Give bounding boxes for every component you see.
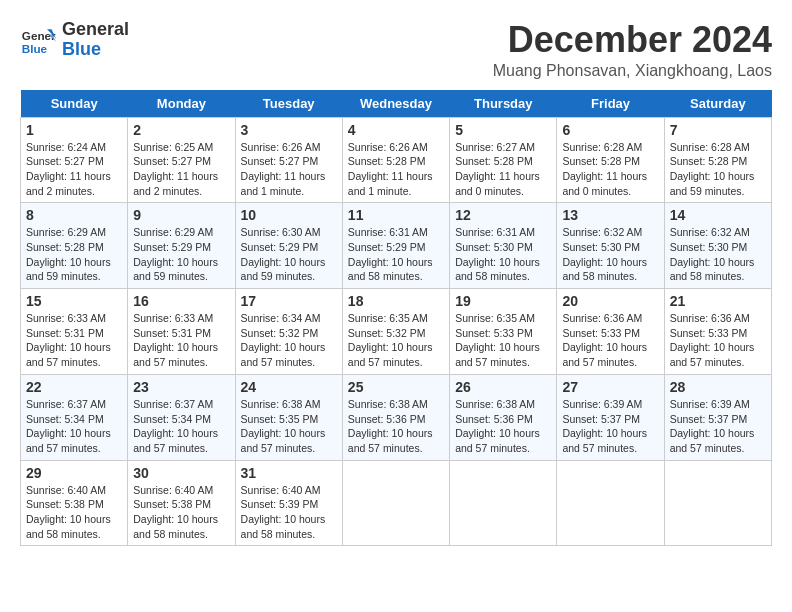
day-info: Sunrise: 6:29 AMSunset: 5:28 PMDaylight:… xyxy=(26,225,122,284)
calendar-cell: 20Sunrise: 6:36 AMSunset: 5:33 PMDayligh… xyxy=(557,289,664,375)
day-info: Sunrise: 6:26 AMSunset: 5:28 PMDaylight:… xyxy=(348,140,444,199)
day-number: 20 xyxy=(562,293,658,309)
day-info: Sunrise: 6:32 AMSunset: 5:30 PMDaylight:… xyxy=(670,225,766,284)
day-number: 11 xyxy=(348,207,444,223)
calendar-cell xyxy=(342,460,449,546)
calendar-cell: 14Sunrise: 6:32 AMSunset: 5:30 PMDayligh… xyxy=(664,203,771,289)
day-info: Sunrise: 6:26 AMSunset: 5:27 PMDaylight:… xyxy=(241,140,337,199)
day-number: 10 xyxy=(241,207,337,223)
day-info: Sunrise: 6:28 AMSunset: 5:28 PMDaylight:… xyxy=(562,140,658,199)
calendar-cell: 27Sunrise: 6:39 AMSunset: 5:37 PMDayligh… xyxy=(557,374,664,460)
day-number: 16 xyxy=(133,293,229,309)
page-header: General Blue General Blue December 2024 … xyxy=(20,20,772,80)
day-number: 25 xyxy=(348,379,444,395)
calendar-cell: 5Sunrise: 6:27 AMSunset: 5:28 PMDaylight… xyxy=(450,117,557,203)
day-info: Sunrise: 6:28 AMSunset: 5:28 PMDaylight:… xyxy=(670,140,766,199)
day-info: Sunrise: 6:37 AMSunset: 5:34 PMDaylight:… xyxy=(133,397,229,456)
day-info: Sunrise: 6:35 AMSunset: 5:32 PMDaylight:… xyxy=(348,311,444,370)
svg-text:Blue: Blue xyxy=(22,41,48,54)
day-number: 22 xyxy=(26,379,122,395)
day-number: 8 xyxy=(26,207,122,223)
day-info: Sunrise: 6:31 AMSunset: 5:29 PMDaylight:… xyxy=(348,225,444,284)
day-number: 3 xyxy=(241,122,337,138)
week-row-2: 8Sunrise: 6:29 AMSunset: 5:28 PMDaylight… xyxy=(21,203,772,289)
calendar-cell: 2Sunrise: 6:25 AMSunset: 5:27 PMDaylight… xyxy=(128,117,235,203)
header-wednesday: Wednesday xyxy=(342,90,449,118)
day-info: Sunrise: 6:39 AMSunset: 5:37 PMDaylight:… xyxy=(670,397,766,456)
calendar-cell: 18Sunrise: 6:35 AMSunset: 5:32 PMDayligh… xyxy=(342,289,449,375)
calendar-cell: 25Sunrise: 6:38 AMSunset: 5:36 PMDayligh… xyxy=(342,374,449,460)
day-info: Sunrise: 6:36 AMSunset: 5:33 PMDaylight:… xyxy=(562,311,658,370)
calendar-cell: 13Sunrise: 6:32 AMSunset: 5:30 PMDayligh… xyxy=(557,203,664,289)
day-number: 17 xyxy=(241,293,337,309)
week-row-5: 29Sunrise: 6:40 AMSunset: 5:38 PMDayligh… xyxy=(21,460,772,546)
calendar-cell: 3Sunrise: 6:26 AMSunset: 5:27 PMDaylight… xyxy=(235,117,342,203)
day-info: Sunrise: 6:40 AMSunset: 5:39 PMDaylight:… xyxy=(241,483,337,542)
calendar-cell: 31Sunrise: 6:40 AMSunset: 5:39 PMDayligh… xyxy=(235,460,342,546)
calendar-cell: 17Sunrise: 6:34 AMSunset: 5:32 PMDayligh… xyxy=(235,289,342,375)
day-info: Sunrise: 6:35 AMSunset: 5:33 PMDaylight:… xyxy=(455,311,551,370)
day-info: Sunrise: 6:33 AMSunset: 5:31 PMDaylight:… xyxy=(26,311,122,370)
calendar-cell: 15Sunrise: 6:33 AMSunset: 5:31 PMDayligh… xyxy=(21,289,128,375)
day-info: Sunrise: 6:38 AMSunset: 5:36 PMDaylight:… xyxy=(455,397,551,456)
header-row: SundayMondayTuesdayWednesdayThursdayFrid… xyxy=(21,90,772,118)
location-title: Muang Phonsavan, Xiangkhoang, Laos xyxy=(493,62,772,80)
header-tuesday: Tuesday xyxy=(235,90,342,118)
calendar-cell: 1Sunrise: 6:24 AMSunset: 5:27 PMDaylight… xyxy=(21,117,128,203)
logo-icon: General Blue xyxy=(20,22,56,58)
calendar-cell: 22Sunrise: 6:37 AMSunset: 5:34 PMDayligh… xyxy=(21,374,128,460)
day-number: 9 xyxy=(133,207,229,223)
calendar-cell: 10Sunrise: 6:30 AMSunset: 5:29 PMDayligh… xyxy=(235,203,342,289)
logo: General Blue General Blue xyxy=(20,20,129,60)
calendar-cell: 28Sunrise: 6:39 AMSunset: 5:37 PMDayligh… xyxy=(664,374,771,460)
day-number: 7 xyxy=(670,122,766,138)
week-row-4: 22Sunrise: 6:37 AMSunset: 5:34 PMDayligh… xyxy=(21,374,772,460)
day-number: 14 xyxy=(670,207,766,223)
day-info: Sunrise: 6:27 AMSunset: 5:28 PMDaylight:… xyxy=(455,140,551,199)
day-number: 31 xyxy=(241,465,337,481)
header-thursday: Thursday xyxy=(450,90,557,118)
day-info: Sunrise: 6:40 AMSunset: 5:38 PMDaylight:… xyxy=(26,483,122,542)
header-friday: Friday xyxy=(557,90,664,118)
calendar-cell: 4Sunrise: 6:26 AMSunset: 5:28 PMDaylight… xyxy=(342,117,449,203)
calendar-cell: 26Sunrise: 6:38 AMSunset: 5:36 PMDayligh… xyxy=(450,374,557,460)
day-number: 30 xyxy=(133,465,229,481)
day-number: 1 xyxy=(26,122,122,138)
calendar-cell: 7Sunrise: 6:28 AMSunset: 5:28 PMDaylight… xyxy=(664,117,771,203)
day-info: Sunrise: 6:38 AMSunset: 5:36 PMDaylight:… xyxy=(348,397,444,456)
calendar-cell: 21Sunrise: 6:36 AMSunset: 5:33 PMDayligh… xyxy=(664,289,771,375)
week-row-3: 15Sunrise: 6:33 AMSunset: 5:31 PMDayligh… xyxy=(21,289,772,375)
day-info: Sunrise: 6:39 AMSunset: 5:37 PMDaylight:… xyxy=(562,397,658,456)
day-number: 27 xyxy=(562,379,658,395)
calendar-cell: 8Sunrise: 6:29 AMSunset: 5:28 PMDaylight… xyxy=(21,203,128,289)
day-number: 26 xyxy=(455,379,551,395)
header-monday: Monday xyxy=(128,90,235,118)
calendar-cell: 9Sunrise: 6:29 AMSunset: 5:29 PMDaylight… xyxy=(128,203,235,289)
calendar-cell xyxy=(557,460,664,546)
logo-text: General Blue xyxy=(62,20,129,60)
header-saturday: Saturday xyxy=(664,90,771,118)
day-number: 2 xyxy=(133,122,229,138)
calendar-cell xyxy=(664,460,771,546)
day-number: 21 xyxy=(670,293,766,309)
day-info: Sunrise: 6:30 AMSunset: 5:29 PMDaylight:… xyxy=(241,225,337,284)
calendar-cell: 24Sunrise: 6:38 AMSunset: 5:35 PMDayligh… xyxy=(235,374,342,460)
day-info: Sunrise: 6:37 AMSunset: 5:34 PMDaylight:… xyxy=(26,397,122,456)
calendar-cell: 12Sunrise: 6:31 AMSunset: 5:30 PMDayligh… xyxy=(450,203,557,289)
day-info: Sunrise: 6:34 AMSunset: 5:32 PMDaylight:… xyxy=(241,311,337,370)
day-number: 6 xyxy=(562,122,658,138)
week-row-1: 1Sunrise: 6:24 AMSunset: 5:27 PMDaylight… xyxy=(21,117,772,203)
day-info: Sunrise: 6:33 AMSunset: 5:31 PMDaylight:… xyxy=(133,311,229,370)
day-info: Sunrise: 6:36 AMSunset: 5:33 PMDaylight:… xyxy=(670,311,766,370)
month-title: December 2024 xyxy=(493,20,772,60)
calendar-cell: 11Sunrise: 6:31 AMSunset: 5:29 PMDayligh… xyxy=(342,203,449,289)
day-number: 5 xyxy=(455,122,551,138)
calendar-table: SundayMondayTuesdayWednesdayThursdayFrid… xyxy=(20,90,772,547)
day-number: 19 xyxy=(455,293,551,309)
day-info: Sunrise: 6:32 AMSunset: 5:30 PMDaylight:… xyxy=(562,225,658,284)
calendar-cell: 6Sunrise: 6:28 AMSunset: 5:28 PMDaylight… xyxy=(557,117,664,203)
calendar-cell: 30Sunrise: 6:40 AMSunset: 5:38 PMDayligh… xyxy=(128,460,235,546)
title-block: December 2024 Muang Phonsavan, Xiangkhoa… xyxy=(493,20,772,80)
day-number: 24 xyxy=(241,379,337,395)
day-info: Sunrise: 6:40 AMSunset: 5:38 PMDaylight:… xyxy=(133,483,229,542)
